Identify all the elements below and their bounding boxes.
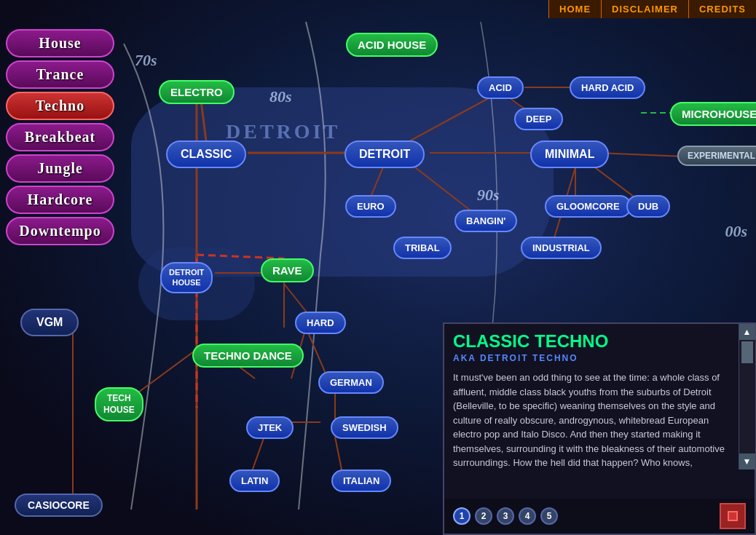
node-italian[interactable]: ITALIAN [331, 469, 391, 492]
node-detroit[interactable]: DETROIT [344, 140, 425, 168]
node-jtek[interactable]: JTEK [246, 416, 294, 439]
node-experimental[interactable]: EXPERIMENTAL [677, 146, 756, 166]
scroll-up-button[interactable]: ▲ [739, 324, 755, 340]
node-minimal[interactable]: MINIMAL [530, 140, 609, 168]
node-microhouse[interactable]: MICROHOUSE [670, 102, 756, 126]
node-euro[interactable]: EURO [345, 195, 396, 218]
node-swedish[interactable]: SWEDISH [331, 416, 398, 439]
node-industrial[interactable]: INDUSTRIAL [521, 237, 602, 259]
node-rave[interactable]: RAVE [261, 258, 314, 282]
info-panel-pagination: 1 2 3 4 5 [444, 499, 755, 534]
scroll-thumb[interactable] [741, 341, 753, 363]
node-acid-house[interactable]: ACID HOUSE [346, 33, 438, 57]
node-classic[interactable]: CLASSIC [166, 140, 246, 168]
node-vgm[interactable]: VGM [20, 309, 79, 336]
page-btn-3[interactable]: 3 [497, 507, 514, 525]
close-icon [728, 511, 738, 521]
era-70s: 70s [135, 51, 157, 70]
era-90s: 90s [477, 186, 500, 205]
node-electro[interactable]: ELECTRO [159, 80, 235, 104]
node-tribal[interactable]: TRIBAL [393, 237, 452, 259]
sidebar-item-trance[interactable]: Trance [6, 60, 114, 89]
sidebar-item-hardcore[interactable]: Hardcore [6, 186, 114, 214]
node-detroit-house[interactable]: DETROITHOUSE [160, 262, 213, 293]
node-tech-house[interactable]: TECHHOUSE [95, 387, 143, 421]
top-nav: HOME DISCLAIMER CREDITS [548, 0, 756, 18]
era-00s: 00s [725, 222, 747, 241]
node-techno-dance[interactable]: TECHNO DANCE [192, 344, 304, 368]
page-btn-4[interactable]: 4 [519, 507, 536, 525]
node-casiocore[interactable]: CASIOCORE [15, 494, 103, 517]
info-panel-scrollbar: ▲ ▼ [739, 324, 755, 469]
node-acid[interactable]: ACID [477, 76, 524, 99]
node-bangin[interactable]: BANGIN' [454, 210, 517, 232]
node-german[interactable]: GERMAN [318, 371, 384, 394]
sidebar-item-downtempo[interactable]: Downtempo [6, 217, 114, 245]
scroll-track [739, 340, 755, 453]
detroit-region-label: DETROIT [226, 120, 340, 143]
sidebar-item-breakbeat[interactable]: Breakbeat [6, 123, 114, 151]
node-latin[interactable]: LATIN [229, 469, 280, 492]
era-80s: 80s [269, 87, 292, 106]
nav-home[interactable]: HOME [548, 0, 601, 18]
node-dub[interactable]: DUB [626, 195, 670, 218]
info-panel-body: It must've been an odd thing to see at t… [444, 368, 737, 499]
page-btn-5[interactable]: 5 [540, 507, 558, 525]
node-gloomcore[interactable]: GLOOMCORE [545, 195, 631, 218]
node-deep[interactable]: DEEP [514, 108, 563, 130]
node-hard[interactable]: HARD [295, 312, 346, 334]
sidebar-item-house[interactable]: House [6, 29, 114, 58]
page-btn-2[interactable]: 2 [475, 507, 492, 525]
nav-credits[interactable]: CREDITS [688, 0, 756, 18]
info-panel-subtitle: AKA DETROIT TECHNO [444, 352, 737, 368]
close-panel-button[interactable] [720, 503, 746, 529]
nav-disclaimer[interactable]: DISCLAIMER [601, 0, 688, 18]
sidebar-item-techno[interactable]: Techno [6, 92, 114, 120]
info-panel: CLASSIC TECHNO AKA DETROIT TECHNO It mus… [443, 322, 756, 535]
node-hard-acid[interactable]: HARD ACID [570, 76, 645, 99]
sidebar: House Trance Techno Breakbeat Jungle Har… [0, 22, 120, 253]
info-panel-title: CLASSIC TECHNO [444, 324, 737, 352]
page-btn-1[interactable]: 1 [453, 507, 470, 525]
sidebar-item-jungle[interactable]: Jungle [6, 154, 114, 183]
scroll-down-button[interactable]: ▼ [739, 453, 755, 469]
